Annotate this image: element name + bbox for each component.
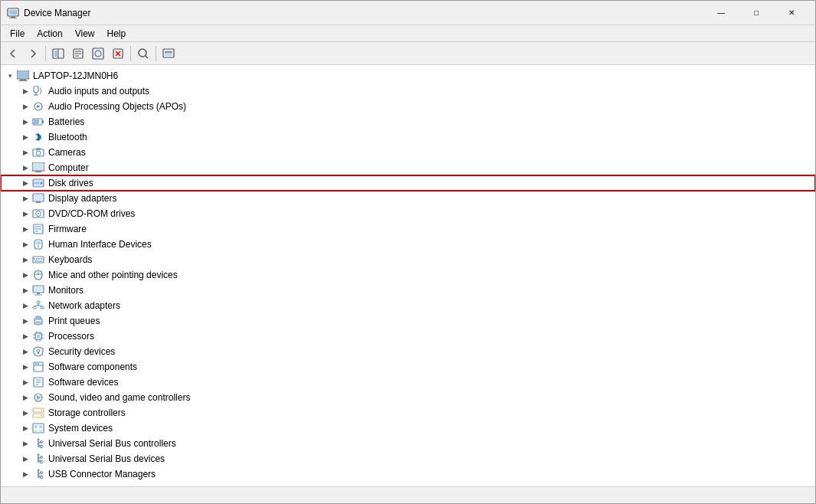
- tree-storage-controllers[interactable]: ▶ Storage controllers: [1, 405, 815, 421]
- expand-audio-processing[interactable]: ▶: [19, 100, 31, 113]
- usb-devices-icon: [31, 453, 45, 465]
- tree-system-devices[interactable]: ▶ System devices: [1, 421, 815, 436]
- svg-line-73: [38, 305, 42, 306]
- expand-audio-inputs[interactable]: ▶: [19, 85, 31, 97]
- tree-bluetooth[interactable]: ▶ Bluetooth: [1, 129, 815, 145]
- toolbar-update[interactable]: [89, 44, 107, 63]
- keyboards-label: Keyboards: [48, 254, 92, 265]
- tree-computer[interactable]: ▶ Computer: [1, 160, 815, 175]
- svg-point-16: [139, 49, 146, 57]
- tree-usb-bus[interactable]: ▶ Universal Serial Bus controllers: [1, 436, 815, 451]
- expand-computer[interactable]: ▶: [19, 162, 31, 174]
- tree-usb-connector[interactable]: ▶ USB Connector Managers: [1, 466, 815, 482]
- svg-rect-60: [34, 260, 42, 262]
- svg-line-17: [146, 56, 148, 58]
- toolbar-scan[interactable]: [134, 44, 152, 63]
- cameras-label: Cameras: [48, 147, 86, 158]
- tree-batteries[interactable]: ▶ Batteries: [1, 114, 815, 129]
- expand-print-queues[interactable]: ▶: [19, 315, 31, 327]
- tree-network[interactable]: ▶ Network adapters: [1, 298, 815, 313]
- expand-system-devices[interactable]: ▶: [19, 422, 31, 434]
- tree-audio-processing[interactable]: ▶ Audio Processing Objects (APOs): [1, 99, 815, 114]
- expand-mice[interactable]: ▶: [19, 269, 31, 281]
- expand-storage-controllers[interactable]: ▶: [19, 407, 31, 419]
- tree-dvd-rom[interactable]: ▶ DVD/CD-ROM drives: [1, 206, 815, 221]
- dvd-rom-label: DVD/CD-ROM drives: [48, 208, 135, 219]
- window-controls: — □ ✕: [703, 1, 809, 25]
- device-tree[interactable]: ▾ LAPTOP-12JMN0H6 ▶: [1, 65, 815, 486]
- expand-root[interactable]: ▾: [4, 70, 16, 82]
- tree-cameras[interactable]: ▶ Cameras: [1, 145, 815, 160]
- expand-network[interactable]: ▶: [19, 299, 31, 312]
- expand-batteries[interactable]: ▶: [19, 116, 31, 128]
- svg-marker-100: [37, 395, 41, 400]
- expand-security[interactable]: ▶: [19, 345, 31, 358]
- toolbar-showhide[interactable]: [49, 44, 67, 63]
- disk-drives-label: Disk drives: [48, 178, 93, 188]
- usb-connector-icon: [31, 468, 45, 480]
- expand-software-components[interactable]: ▶: [19, 361, 31, 373]
- expand-sound-video[interactable]: ▶: [19, 391, 31, 404]
- monitors-icon: [31, 284, 45, 296]
- expand-usb-connector[interactable]: ▶: [19, 468, 31, 480]
- tree-print-queues[interactable]: ▶ Print queues: [1, 313, 815, 329]
- maximize-button[interactable]: □: [739, 1, 774, 25]
- tree-usb-devices[interactable]: ▶ Universal Serial Bus devices: [1, 451, 815, 466]
- tree-sound-video[interactable]: ▶ Sound, video and game controllers: [1, 390, 815, 405]
- expand-software-devices[interactable]: ▶: [19, 376, 31, 388]
- tree-software-devices[interactable]: ▶ Software devices: [1, 375, 815, 390]
- tree-display-adapters[interactable]: ▶ Display adapters: [1, 191, 815, 206]
- expand-display-adapters[interactable]: ▶: [19, 192, 31, 205]
- print-queues-label: Print queues: [48, 316, 100, 326]
- minimize-button[interactable]: —: [703, 1, 739, 25]
- bluetooth-icon: [31, 131, 45, 143]
- svg-rect-5: [54, 51, 57, 57]
- menu-file[interactable]: File: [4, 26, 31, 41]
- tree-software-components[interactable]: ▶ Software components: [1, 359, 815, 375]
- close-button[interactable]: ✕: [774, 1, 809, 25]
- toolbar-properties[interactable]: [69, 44, 87, 63]
- svg-rect-24: [18, 80, 28, 81]
- tree-security[interactable]: ▶ Security devices: [1, 344, 815, 359]
- expand-usb-bus[interactable]: ▶: [19, 437, 31, 450]
- tree-disk-drives[interactable]: ▶ Disk drives: [1, 175, 815, 191]
- expand-disk-drives[interactable]: ▶: [19, 177, 31, 189]
- expand-cameras[interactable]: ▶: [19, 146, 31, 159]
- tree-firmware[interactable]: ▶ Firmware: [1, 221, 815, 237]
- expand-bluetooth[interactable]: ▶: [19, 131, 31, 143]
- svg-rect-56: [34, 258, 35, 260]
- status-bar: [1, 486, 815, 503]
- tree-processors[interactable]: ▶ Processors: [1, 329, 815, 344]
- software-devices-icon: [31, 376, 45, 388]
- hid-label: Human Interface Devices: [48, 239, 152, 250]
- svg-rect-22: [18, 71, 28, 78]
- svg-rect-43: [34, 195, 43, 201]
- system-devices-label: System devices: [48, 423, 113, 434]
- svg-rect-23: [20, 79, 26, 80]
- expand-keyboards[interactable]: ▶: [19, 254, 31, 266]
- svg-rect-3: [9, 18, 17, 18]
- toolbar-filter[interactable]: [159, 44, 178, 63]
- expand-hid[interactable]: ▶: [19, 238, 31, 250]
- tree-root[interactable]: ▾ LAPTOP-12JMN0H6: [1, 68, 815, 83]
- tree-audio-inputs[interactable]: ▶ Audio inputs and outputs: [1, 83, 815, 99]
- toolbar-forward[interactable]: [24, 44, 42, 63]
- batteries-icon: [31, 116, 45, 128]
- expand-firmware[interactable]: ▶: [19, 223, 31, 235]
- network-label: Network adapters: [48, 300, 120, 311]
- usb-connector-label: USB Connector Managers: [48, 469, 156, 479]
- tree-monitors[interactable]: ▶ Monitors: [1, 283, 815, 298]
- menu-help[interactable]: Help: [101, 26, 133, 41]
- expand-monitors[interactable]: ▶: [19, 284, 31, 296]
- toolbar-back[interactable]: [4, 44, 22, 63]
- expand-dvd-rom[interactable]: ▶: [19, 208, 31, 220]
- menu-action[interactable]: Action: [31, 26, 68, 41]
- toolbar-uninstall[interactable]: [109, 44, 127, 63]
- tree-mice[interactable]: ▶ Mice and other pointing devices: [1, 267, 815, 283]
- menu-view[interactable]: View: [69, 26, 101, 41]
- toolbar-sep3: [156, 46, 156, 61]
- tree-hid[interactable]: ▶ Human Interface Devices: [1, 237, 815, 252]
- expand-usb-devices[interactable]: ▶: [19, 453, 31, 465]
- expand-processors[interactable]: ▶: [19, 330, 31, 342]
- tree-keyboards[interactable]: ▶ Keyboards: [1, 252, 815, 267]
